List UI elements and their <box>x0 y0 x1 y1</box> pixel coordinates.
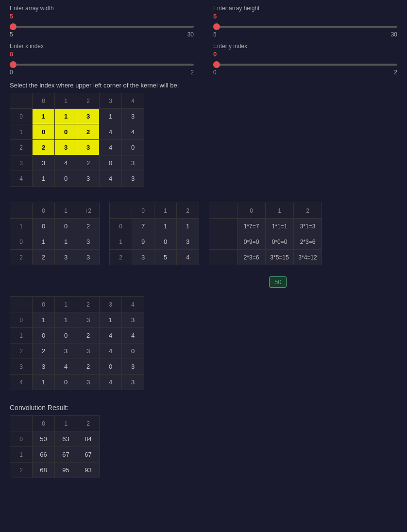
x-index-range-labels: 0 2 <box>10 69 194 76</box>
width-slider-container <box>10 22 194 29</box>
computation-table-wrapper: 0121*7=71*1=13*1=30*9=00*0=02*3=62*3=63*… <box>209 203 322 265</box>
height-slider[interactable] <box>213 26 397 28</box>
convolution-result-label: Convolution Result: <box>10 404 397 412</box>
width-max: 30 <box>187 31 194 38</box>
sliders-row-1: Enter array width 5 5 30 Enter array hei… <box>10 5 397 38</box>
result-table: 012050638416667672689593 <box>10 415 100 478</box>
width-slider[interactable] <box>10 26 194 28</box>
y-index-slider-container <box>213 60 397 67</box>
y-index-min: 0 <box>213 69 217 76</box>
kernel-table-wrapper: 01↑2100201132233 <box>10 203 100 265</box>
x-index-slider[interactable] <box>10 64 194 66</box>
extract-table: 012071119032354 <box>109 203 199 265</box>
result-table-wrapper: 012050638416667672689593 <box>10 415 100 478</box>
x-index-value: 0 <box>10 51 194 58</box>
x-index-control: Enter x index 0 0 2 <box>10 43 194 76</box>
extract-table-wrapper: 012071119032354 <box>109 203 199 265</box>
x-index-min: 0 <box>10 69 13 76</box>
main-array-table: 01234011313100244223340334203410343 <box>10 93 144 187</box>
y-index-control: Enter y index 0 0 2 <box>213 43 397 76</box>
main-array-bottom-table: 01234011313100244223340334203410343 <box>10 296 144 390</box>
width-range-labels: 5 30 <box>10 31 194 38</box>
main-array-table-wrapper: 01234011313100244223340334203410343 <box>10 93 144 187</box>
height-control: Enter array height 5 5 30 <box>213 5 397 38</box>
width-value: 5 <box>10 13 194 20</box>
y-index-max: 2 <box>394 69 397 76</box>
height-range-labels: 5 30 <box>213 31 397 38</box>
y-index-label: Enter y index <box>213 43 397 50</box>
three-tables-row: 01↑2100201132233 012071119032354 0121*7=… <box>10 203 397 265</box>
sliders-row-2: Enter x index 0 0 2 Enter y index 0 0 2 <box>10 43 397 76</box>
result-badge: 50 <box>10 273 397 292</box>
y-index-value: 0 <box>213 51 397 58</box>
height-max: 30 <box>391 31 397 38</box>
height-value: 5 <box>213 13 397 20</box>
height-label: Enter array height <box>213 5 397 12</box>
kernel-table: 01↑2100201132233 <box>10 203 100 265</box>
y-index-range-labels: 0 2 <box>213 69 397 76</box>
height-min: 5 <box>213 31 217 38</box>
x-index-label: Enter x index <box>10 43 194 50</box>
width-control: Enter array width 5 5 30 <box>10 5 194 38</box>
height-slider-container <box>213 22 397 29</box>
main-array-bottom-wrapper: 01234011313100244223340334203410343 <box>10 296 144 390</box>
x-index-max: 2 <box>190 69 194 76</box>
kernel-section-label: Select the index where upper left corner… <box>10 82 397 89</box>
y-index-slider[interactable] <box>213 64 397 66</box>
result-value: 50 <box>269 276 287 288</box>
computation-table: 0121*7=71*1=13*1=30*9=00*0=02*3=62*3=63*… <box>209 203 322 265</box>
width-min: 5 <box>10 31 13 38</box>
x-index-slider-container <box>10 60 194 67</box>
width-label: Enter array width <box>10 5 194 12</box>
